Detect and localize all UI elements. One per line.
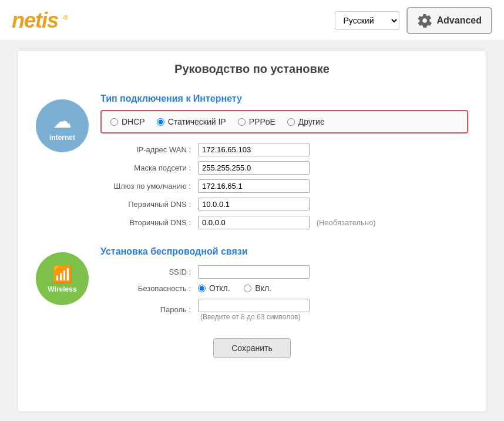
table-row: Первичный DNS : <box>100 195 468 213</box>
wireless-section-title: Установка беспроводной связи <box>100 246 468 257</box>
table-row: Шлюз по умолчанию : <box>100 177 468 195</box>
language-select[interactable]: Русский English <box>335 11 399 30</box>
radio-pppoe-input[interactable] <box>238 118 246 126</box>
header-right: Русский English Advanced <box>335 7 492 34</box>
optional-label: (Необязательно) <box>312 218 376 227</box>
advanced-label: Advanced <box>437 15 482 26</box>
wireless-fields-table: SSID : Безопасность : Откл. Вкл. <box>100 263 468 323</box>
advanced-button[interactable]: Advanced <box>406 7 492 34</box>
radio-security-off-label: Откл. <box>209 283 230 293</box>
radio-static-label: Статический IP <box>168 117 226 126</box>
subnet-input[interactable] <box>198 161 310 175</box>
gear-icon <box>417 13 432 28</box>
radio-other[interactable]: Другие <box>287 117 325 126</box>
table-row: Пароль : (Введите от 8 до 63 символов) <box>100 296 468 323</box>
header: netis ® Русский English Advanced <box>0 0 504 41</box>
internet-section-title: Тип подключения к Интернету <box>100 93 468 104</box>
radio-security-off[interactable]: Откл. <box>198 283 230 293</box>
subnet-label: Маска подсети : <box>100 159 194 177</box>
main-content: Руководство по установке ☁ internet Тип … <box>18 50 486 412</box>
primary-dns-input[interactable] <box>198 198 310 211</box>
password-input[interactable] <box>198 299 310 312</box>
save-button[interactable]: Сохранить <box>213 338 291 358</box>
gateway-input[interactable] <box>198 179 310 193</box>
secondary-dns-input[interactable] <box>198 216 310 229</box>
radio-dhcp[interactable]: DHCP <box>110 117 145 126</box>
wifi-icon: 📶 <box>52 265 73 284</box>
table-row: SSID : <box>100 263 468 281</box>
radio-other-input[interactable] <box>287 118 295 126</box>
ssid-label: SSID : <box>100 263 194 281</box>
radio-static-input[interactable] <box>157 118 164 126</box>
radio-other-label: Другие <box>298 117 325 126</box>
wireless-section: 📶 Wireless Установка беспроводной связи … <box>36 246 468 323</box>
security-label: Безопасность : <box>100 281 194 296</box>
wireless-icon-label: Wireless <box>48 285 76 293</box>
primary-dns-label: Первичный DNS : <box>100 195 194 213</box>
radio-security-on[interactable]: Вкл. <box>244 283 271 293</box>
radio-static[interactable]: Статический IP <box>157 117 226 126</box>
wireless-icon-circle: 📶 Wireless <box>36 252 89 305</box>
radio-security-on-label: Вкл. <box>255 283 271 293</box>
internet-section-content: Тип подключения к Интернету DHCP Статиче… <box>100 93 468 232</box>
radio-pppoe[interactable]: PPPoE <box>238 117 275 126</box>
password-label: Пароль : <box>100 296 194 323</box>
internet-icon-label: internet <box>49 133 75 142</box>
radio-pppoe-label: PPPoE <box>249 117 275 126</box>
wan-ip-input[interactable] <box>198 143 310 156</box>
radio-dhcp-input[interactable] <box>110 118 118 126</box>
wan-ip-label: IP-адрес WAN : <box>100 141 194 159</box>
page-title: Руководство по установке <box>36 62 468 82</box>
table-row: Вторичный DNS : (Необязательно) <box>100 213 468 232</box>
logo-text: netis <box>12 8 58 32</box>
save-area: Сохранить <box>36 338 468 358</box>
table-row: IP-адрес WAN : <box>100 141 468 159</box>
password-hint: (Введите от 8 до 63 символов) <box>198 313 300 321</box>
cloud-icon: ☁ <box>53 110 72 132</box>
radio-security-on-input[interactable] <box>244 285 251 292</box>
radio-security-off-input[interactable] <box>198 285 206 292</box>
gateway-label: Шлюз по умолчанию : <box>100 177 194 195</box>
ip-fields-table: IP-адрес WAN : Маска подсети : Шлюз по у… <box>100 141 468 232</box>
table-row: Маска подсети : <box>100 159 468 177</box>
radio-dhcp-label: DHCP <box>122 117 145 126</box>
internet-section: ☁ internet Тип подключения к Интернету D… <box>36 93 468 232</box>
wireless-section-content: Установка беспроводной связи SSID : Безо… <box>100 246 468 323</box>
connection-types-box: DHCP Статический IP PPPoE Другие <box>100 110 468 133</box>
secondary-dns-label: Вторичный DNS : <box>100 213 194 232</box>
internet-icon-circle: ☁ internet <box>36 99 89 152</box>
table-row: Безопасность : Откл. Вкл. <box>100 281 468 296</box>
logo: netis ® <box>12 8 67 33</box>
ssid-input[interactable] <box>198 265 310 279</box>
